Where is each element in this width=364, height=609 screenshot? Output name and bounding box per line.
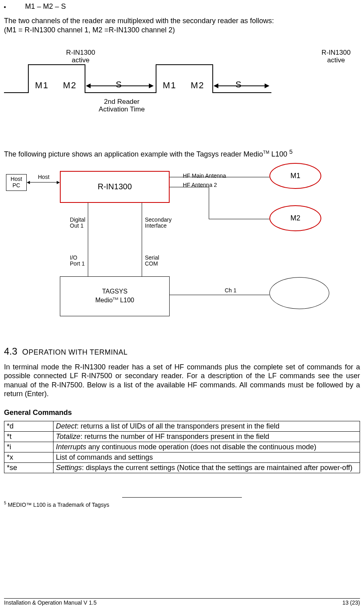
description-cell: Totalize: returns the number of HF trans…	[53, 431, 360, 442]
example-line-pre: The following picture shows an applicati…	[4, 150, 263, 158]
host-pc-box: Host PC	[6, 174, 27, 191]
footnote-rule	[122, 497, 242, 498]
timing-s-2: S	[235, 79, 241, 90]
bottom-2: Activation Time	[99, 105, 144, 113]
host-label: Host	[38, 174, 49, 180]
tagsys-line-2-post: L100	[118, 297, 134, 304]
serial-com-label: Serial COM	[145, 255, 159, 267]
desc-italic: Interrupts	[56, 443, 86, 451]
description-cell: Interrupts any continuous mode operation…	[53, 442, 360, 452]
timing-arrow-2	[214, 82, 269, 89]
block-diagram: Host PC Host R-IN1300 HF Main Antenna HF…	[4, 163, 331, 335]
rin1300-box: R-IN1300	[60, 171, 170, 203]
antenna-m2: M2	[269, 205, 321, 231]
table-row: *x List of commands and settings	[4, 452, 360, 462]
tagsys-box: TAGSYS MedioTM L100	[60, 276, 170, 316]
command-cell: *t	[4, 431, 53, 442]
desc-rest: List of commands and settings	[56, 453, 153, 461]
bullet-square: ■	[4, 5, 6, 9]
secondary-if-label: Secondary Interface	[145, 217, 172, 229]
desc-rest: any continuous mode operation (does not …	[86, 443, 316, 451]
io-port-label: I/O Port 1	[70, 255, 85, 267]
hf2-line-h2	[209, 219, 269, 219]
hf-main-label: HF Main Antenna	[183, 173, 226, 179]
secondary-line	[142, 203, 142, 276]
host-pc-label: Host PC	[11, 176, 22, 188]
tagsys-line-2-pre: Medio	[95, 297, 113, 304]
antenna-m2-label: M2	[290, 214, 300, 222]
commands-table: *d Detect: returns a list of UIDs of all…	[4, 421, 360, 473]
example-line-post: L100	[269, 150, 289, 158]
tagsys-tm: TM	[113, 296, 118, 301]
intro-line-2: (M1 = R-IN1300 channel 1, M2 =R-IN1300 c…	[4, 26, 175, 34]
antenna-m1: M1	[269, 163, 321, 189]
intro-paragraph: The two channels of the reader are multi…	[4, 16, 360, 34]
desc-italic: Detect	[56, 422, 77, 430]
timing-m1m2-group-2: M1 M2	[156, 80, 212, 91]
hf-antenna2-label: HF Antenna 2	[183, 182, 217, 188]
caption-2a: R-IN1300	[322, 49, 351, 56]
digital-out-line	[88, 203, 88, 276]
antenna-m1-label: M1	[290, 172, 300, 180]
command-cell: *d	[4, 421, 53, 431]
section-title-first: O	[22, 347, 28, 356]
table-row: *i Interrupts any continuous mode operat…	[4, 442, 360, 452]
table-row: *d Detect: returns a list of UIDs of all…	[4, 421, 360, 431]
table-row: *t Totalize: returns the number of HF tr…	[4, 431, 360, 442]
timing-s-1: S	[116, 79, 122, 90]
example-line-tm: TM	[263, 150, 269, 155]
hf2-line-v	[209, 187, 209, 219]
bottom-1: 2nd Reader	[104, 98, 140, 105]
description-cell: Detect: returns a list of UIDs of all th…	[53, 421, 360, 431]
general-commands-heading: General Commands	[4, 409, 360, 417]
timing-m1-b: M1	[163, 80, 177, 91]
example-line: The following picture shows an applicati…	[4, 148, 360, 159]
footnote-text: MEDIO™ L100 is a Trademark of Tagsys	[8, 501, 109, 508]
ch1-antenna	[269, 277, 329, 309]
section-number: 4.3	[4, 346, 17, 357]
desc-rest: : returns the number of HF transponders …	[80, 432, 269, 440]
ch1-label: Ch 1	[225, 288, 237, 294]
description-cell: List of commands and settings	[53, 452, 360, 462]
desc-italic: Settings	[56, 464, 82, 472]
desc-italic: Totalize	[56, 432, 80, 440]
host-arrow	[27, 181, 60, 184]
bullet-line: ■ M1 – M2 – S	[4, 2, 360, 11]
digital-out-label: Digital Out 1	[70, 217, 85, 229]
timing-m1-a: M1	[35, 80, 49, 91]
timing-m2-b: M2	[191, 80, 205, 91]
footer-right: 13 (23)	[342, 599, 360, 606]
desc-rest: : displays the current settings (Notice …	[82, 464, 352, 472]
tagsys-line-1: TAGSYS	[102, 288, 128, 295]
caption-1b: active	[72, 56, 89, 64]
footer-left: Installation & Operation Manual V 1.5	[4, 599, 97, 606]
timing-caption-2: R-IN1300 active	[312, 49, 360, 64]
rin1300-label: R-IN1300	[98, 182, 132, 191]
page-footer: Installation & Operation Manual V 1.5 13…	[4, 598, 360, 606]
command-cell: *x	[4, 452, 53, 462]
footer-rule	[4, 598, 360, 599]
bullet-text: M1 – M2 – S	[25, 2, 66, 11]
timing-caption-1: R-IN1300 active	[57, 49, 105, 64]
timing-diagram: R-IN1300 active R-IN1300 active M1 M2 M1…	[4, 44, 271, 128]
section-paragraph: In terminal mode the R-IN1300 reader has…	[4, 363, 360, 399]
caption-2b: active	[327, 56, 345, 64]
section-title: OPERATION WITH TERMINAL	[22, 347, 127, 357]
caption-1a: R-IN1300	[66, 49, 95, 56]
ch1-line	[170, 295, 269, 295]
command-cell: *i	[4, 442, 53, 452]
timing-m1m2-group-1: M1 M2	[28, 80, 84, 91]
timing-bottom-label: 2nd Reader Activation Time	[94, 98, 150, 113]
footnote: 5 MEDIO™ L100 is a Trademark of Tagsys	[4, 501, 360, 508]
example-line-footnote-ref: 5	[289, 148, 293, 155]
footnote-number: 5	[4, 501, 6, 505]
table-row: *se Settings: displays the current setti…	[4, 462, 360, 473]
section-title-rest: PERATION WITH TERMINAL	[28, 348, 127, 356]
section-heading: 4.3 OPERATION WITH TERMINAL	[4, 346, 360, 357]
intro-line-1: The two channels of the reader are multi…	[4, 17, 274, 25]
desc-rest: : returns a list of UIDs of all the tran…	[77, 422, 279, 430]
command-cell: *se	[4, 462, 53, 473]
timing-m2-a: M2	[63, 80, 77, 91]
description-cell: Settings: displays the current settings …	[53, 462, 360, 473]
